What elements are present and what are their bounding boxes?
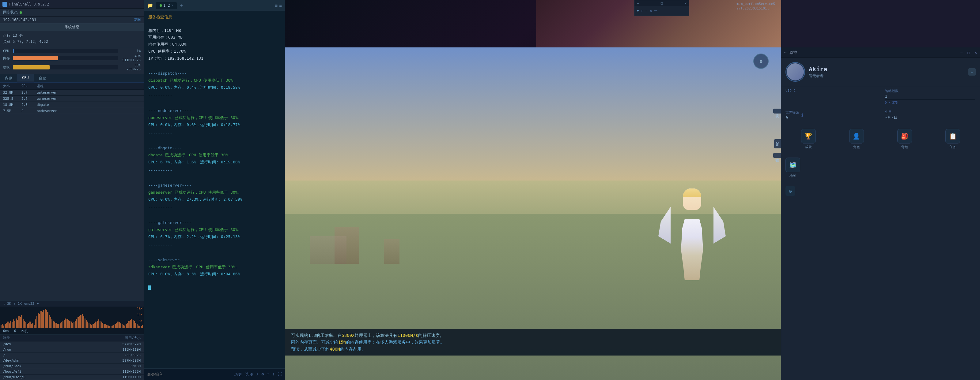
net-local-label: 本机 bbox=[21, 329, 28, 334]
graph-bar bbox=[83, 317, 84, 328]
achievement-bar-fill bbox=[885, 100, 885, 100]
action-character[interactable]: 👤 角色 bbox=[832, 127, 880, 152]
history-button[interactable]: 历史 bbox=[234, 372, 242, 377]
graph-bar bbox=[119, 322, 120, 328]
term-line: CPU: 0.0%，内存: 27.3%，运行时间: 2:07.59% bbox=[148, 196, 281, 203]
disk-size-label: 可用/大小 bbox=[72, 336, 141, 340]
minimize-button[interactable]: — bbox=[960, 51, 963, 55]
grid-icon[interactable]: ⊞ bbox=[275, 3, 277, 8]
filename2: art.20230315101l... bbox=[737, 6, 775, 11]
graph-bar bbox=[34, 325, 35, 328]
graph-bar bbox=[39, 314, 40, 328]
uid-label: UID 2 bbox=[786, 89, 876, 93]
graph-bar bbox=[68, 320, 69, 328]
graph-bar bbox=[86, 320, 87, 328]
char-panel-back-icon[interactable]: ← bbox=[784, 50, 787, 55]
graph-bar bbox=[29, 321, 30, 328]
swap-bar-fill bbox=[13, 65, 49, 70]
term-divider: ---------- bbox=[148, 242, 281, 249]
graph-bar bbox=[89, 323, 89, 328]
process-row[interactable]: 18.8M 2.3 dbgate bbox=[0, 102, 144, 108]
action-achievement[interactable]: 🏆 成就 bbox=[784, 127, 832, 152]
graph-bar bbox=[12, 322, 13, 328]
tab-mem[interactable]: 内存 bbox=[0, 74, 17, 82]
world-level-label: 世界等级 bbox=[786, 110, 799, 115]
info-icon[interactable]: ℹ bbox=[802, 112, 803, 117]
graph-bar bbox=[24, 321, 25, 328]
network-graph: 16K 11K 5K bbox=[0, 307, 144, 328]
disk-row: /run/lock 5M/5M bbox=[0, 364, 144, 369]
mem-value: 43% 511M/1.2G bbox=[119, 54, 141, 62]
graph-bar bbox=[47, 312, 48, 328]
birthday-value: -月-日 bbox=[885, 115, 898, 120]
upload-icon[interactable]: ↑ bbox=[267, 372, 269, 377]
menu-icon[interactable]: ≡ bbox=[279, 3, 282, 8]
graph-bar bbox=[122, 324, 123, 328]
download-icon[interactable]: ↓ bbox=[272, 372, 275, 377]
maximize-button[interactable]: □ bbox=[968, 51, 970, 55]
process-row[interactable]: 325.8 2.7 gameserver bbox=[0, 96, 144, 102]
char-panel-title: 原神 bbox=[789, 50, 797, 55]
structure-2 bbox=[384, 239, 399, 264]
fullscreen-icon[interactable]: ⛶ bbox=[278, 372, 282, 377]
process-row[interactable]: 32.8M 2.7 gateserver bbox=[0, 90, 144, 96]
tab-cpu[interactable]: CPU bbox=[17, 74, 34, 82]
birthday-item: 生日 -月-日 bbox=[881, 107, 980, 123]
tab-combined[interactable]: 合金 bbox=[34, 74, 51, 82]
close-button[interactable]: ✕ bbox=[975, 51, 977, 55]
graph-bar bbox=[13, 320, 14, 328]
graph-bar bbox=[112, 326, 113, 328]
add-tab-button[interactable]: + bbox=[180, 2, 183, 9]
tab-close-icon[interactable]: ✕ bbox=[171, 3, 173, 7]
graph-bar bbox=[82, 314, 83, 328]
graph-bar bbox=[87, 321, 88, 328]
command-input[interactable] bbox=[147, 372, 232, 377]
graph-bar bbox=[45, 309, 46, 328]
swap-bar-container bbox=[13, 65, 118, 70]
swap-value: 35% 708M/2G bbox=[119, 63, 141, 71]
mem-bar-fill bbox=[13, 56, 58, 60]
graph-bar bbox=[108, 326, 109, 328]
graph-bar bbox=[32, 323, 33, 328]
process-row[interactable]: 7.5M 2 nodeserver bbox=[0, 108, 144, 114]
graph-bar bbox=[69, 321, 70, 328]
options-button[interactable]: 选项 bbox=[245, 372, 253, 377]
net-expand[interactable]: ▼ bbox=[37, 302, 39, 306]
side-btn-ge[interactable]: Ge bbox=[774, 139, 781, 148]
graph-bar bbox=[58, 324, 59, 328]
net-speed-info: 0ms 0 本机 bbox=[0, 328, 144, 334]
sys-info-header: 系统信息 bbox=[0, 23, 144, 31]
action-map[interactable]: 🗺️ 地图 bbox=[784, 155, 802, 180]
net-0: 0 bbox=[14, 329, 16, 334]
game-scene: ⊕ 灵攻 Ge 可实现约1:8的压缩率。在5800X处理器上，该算法具有1100… bbox=[285, 48, 781, 380]
notif-line-2: 同的内存页面。可减少约15%的内存使用率；在多人游戏服务中，效果更加显著。 bbox=[291, 339, 775, 345]
character-icon: 👤 bbox=[849, 129, 864, 144]
graph-bar bbox=[5, 324, 5, 328]
char-settings-row[interactable]: ⚙ bbox=[781, 184, 980, 199]
structure-3 bbox=[310, 236, 347, 264]
char-edit-button[interactable]: ✏ bbox=[968, 68, 976, 76]
game-character bbox=[665, 182, 720, 280]
char-body bbox=[680, 219, 704, 280]
char-stats-grid: UID 2 智略段数 1 0 / 375 世界等级 0 ℹ 生日 -月-日 bbox=[781, 86, 980, 123]
graph-bar bbox=[133, 320, 134, 328]
gear-icon: ⚙ bbox=[786, 186, 795, 196]
app-title: FinalShell 3.9.2.2 bbox=[9, 2, 49, 6]
action-quest[interactable]: 📋 任务 bbox=[929, 127, 977, 152]
disk-row: /boot/efi 113M/123M bbox=[0, 369, 144, 375]
achievement-value: 1 bbox=[885, 94, 976, 98]
action-bag[interactable]: 🎒 背包 bbox=[881, 127, 929, 152]
graph-bar bbox=[28, 323, 29, 328]
net-latency: 0ms bbox=[3, 329, 9, 334]
graph-bar bbox=[40, 311, 41, 328]
side-btn-discovery[interactable]: 灵攻 bbox=[773, 109, 781, 114]
copy-button[interactable]: 复制 bbox=[134, 17, 141, 22]
cpu-bar-fill bbox=[13, 49, 14, 53]
terminal-tab[interactable]: 1 2 ✕ bbox=[156, 2, 177, 9]
graph-bar bbox=[61, 322, 62, 328]
side-btn-mirror[interactable]: 镜觉 bbox=[773, 153, 781, 158]
graph-bar bbox=[90, 324, 91, 328]
settings-icon[interactable]: ⚙ bbox=[262, 372, 264, 377]
lightning-icon[interactable]: ⚡ bbox=[256, 372, 259, 377]
graph-bar bbox=[42, 312, 43, 328]
